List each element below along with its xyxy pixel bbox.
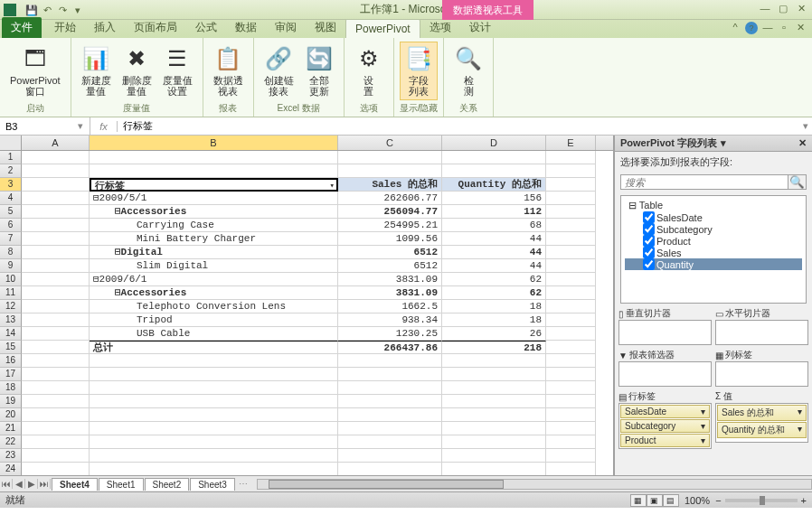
cell[interactable] [442, 408, 546, 422]
row-header[interactable]: 14 [0, 327, 22, 341]
cell[interactable] [22, 381, 90, 395]
row-header[interactable]: 4 [0, 192, 22, 205]
cell[interactable] [546, 422, 596, 435]
zoom-level[interactable]: 100% [685, 495, 710, 506]
ribbon-button[interactable]: 🗔PowerPivot 窗口 [5, 42, 65, 100]
cell[interactable] [22, 151, 90, 164]
field-list-close-icon[interactable]: ✕ [798, 137, 807, 149]
cell[interactable]: 254995.21 [338, 219, 442, 232]
view-normal-icon[interactable]: ▦ [630, 494, 647, 507]
zoom-in-icon[interactable]: + [801, 495, 807, 506]
cell[interactable]: 18 [442, 313, 546, 327]
cell[interactable]: 218 [442, 341, 546, 354]
name-box[interactable]: ▾ [0, 117, 90, 135]
cell[interactable] [546, 246, 596, 259]
tab-review[interactable]: 审阅 [266, 17, 306, 38]
ribbon-button[interactable]: ☰度量值 设置 [158, 42, 197, 100]
fx-button[interactable]: fx [90, 121, 118, 132]
cell[interactable]: 156 [442, 192, 546, 205]
save-icon[interactable]: 💾 [25, 4, 38, 16]
tab-layout[interactable]: 页面布局 [125, 17, 186, 38]
cell[interactable]: 3831.09 [338, 286, 442, 300]
tab-design[interactable]: 设计 [460, 17, 500, 38]
cell[interactable] [22, 422, 90, 435]
formula-input[interactable] [123, 120, 794, 132]
cell[interactable] [546, 327, 596, 341]
cell[interactable] [338, 354, 442, 368]
field-checkbox[interactable] [643, 258, 655, 270]
sheet-tab[interactable]: Sheet2 [145, 478, 190, 491]
sheet-nav-first-icon[interactable]: ⏮ [0, 479, 13, 489]
cell[interactable] [22, 368, 90, 381]
cell[interactable] [546, 341, 596, 354]
cell[interactable] [90, 463, 338, 475]
field-tree-item[interactable]: Subcategory [625, 223, 802, 235]
field-tree-item[interactable]: SalesDate [625, 211, 802, 223]
cell[interactable]: 44 [442, 246, 546, 259]
window-close-icon[interactable]: ✕ [794, 22, 807, 34]
cell[interactable] [442, 164, 546, 178]
cell[interactable] [90, 164, 338, 178]
cell[interactable] [442, 449, 546, 463]
area-field-item[interactable]: SalesDate▾ [620, 405, 710, 418]
field-checkbox[interactable] [643, 211, 655, 223]
tree-root[interactable]: Table [639, 200, 663, 211]
cell[interactable] [546, 354, 596, 368]
field-tree-item[interactable]: Sales [625, 247, 802, 258]
row-header[interactable]: 20 [0, 408, 22, 422]
cell[interactable] [90, 354, 338, 368]
cell[interactable] [338, 408, 442, 422]
area-field-item[interactable]: Product▾ [620, 434, 710, 447]
cell[interactable]: 266437.86 [338, 341, 442, 354]
cell[interactable] [338, 435, 442, 449]
cell[interactable] [546, 178, 596, 192]
tab-insert[interactable]: 插入 [85, 17, 125, 38]
cell[interactable] [442, 435, 546, 449]
row-header[interactable]: 13 [0, 313, 22, 327]
chevron-down-icon[interactable]: ▾ [701, 435, 705, 445]
cell[interactable] [22, 246, 90, 259]
tab-formulas[interactable]: 公式 [186, 17, 226, 38]
chevron-down-icon[interactable]: ▾ [701, 421, 705, 431]
cell[interactable]: 6512 [338, 259, 442, 273]
cell[interactable] [546, 395, 596, 408]
namebox-dropdown-icon[interactable]: ▾ [78, 120, 83, 132]
cell[interactable]: 112 [442, 205, 546, 219]
cell[interactable] [546, 435, 596, 449]
row-header[interactable]: 11 [0, 286, 22, 300]
cell[interactable] [90, 422, 338, 435]
cell[interactable]: 1230.25 [338, 327, 442, 341]
redo-icon[interactable]: ↷ [56, 4, 69, 16]
area-values[interactable]: Sales 的总和▾Quantity 的总和▾ [715, 403, 808, 443]
cell[interactable] [90, 368, 338, 381]
column-header[interactable]: E [546, 136, 596, 150]
cell[interactable] [546, 368, 596, 381]
field-search-button[interactable]: 🔍 [788, 174, 807, 190]
row-header[interactable]: 2 [0, 164, 22, 178]
column-header[interactable]: A [22, 136, 90, 150]
area-vslicer[interactable] [618, 320, 712, 345]
cell[interactable] [546, 192, 596, 205]
ribbon-button[interactable]: 🔍检 测 [449, 42, 487, 100]
cell[interactable]: 3831.09 [338, 273, 442, 286]
cell[interactable]: 256094.77 [338, 205, 442, 219]
tab-file[interactable]: 文件 [2, 17, 42, 38]
sheet-nav-next-icon[interactable]: ▶ [25, 479, 38, 489]
formula-expand-icon[interactable]: ▾ [799, 120, 812, 132]
cell[interactable]: 6512 [338, 246, 442, 259]
area-filter[interactable] [618, 361, 712, 387]
tab-options[interactable]: 选项 [420, 17, 460, 38]
row-header[interactable]: 23 [0, 449, 22, 463]
area-rows[interactable]: SalesDate▾Subcategory▾Product▾ [618, 403, 712, 449]
select-all-corner[interactable] [0, 136, 22, 150]
cell[interactable] [22, 219, 90, 232]
row-header[interactable]: 21 [0, 422, 22, 435]
cell[interactable] [22, 395, 90, 408]
column-header[interactable]: B [90, 136, 338, 150]
cell[interactable]: Sales 的总和 [338, 178, 442, 192]
cell[interactable] [546, 205, 596, 219]
field-checkbox[interactable] [643, 223, 655, 235]
ribbon-button[interactable]: ✖删除度 量值 [118, 42, 156, 100]
cell[interactable]: USB Cable [90, 327, 338, 341]
zoom-slider[interactable] [725, 499, 798, 502]
